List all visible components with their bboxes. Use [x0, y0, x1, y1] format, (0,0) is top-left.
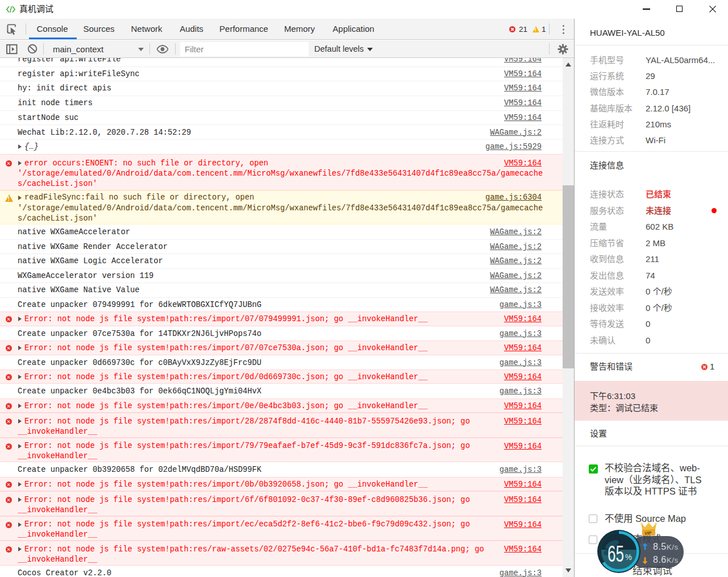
svg-text:%: %	[625, 552, 632, 562]
svg-text:65: 65	[608, 541, 624, 566]
svg-text:VIP: VIP	[644, 530, 652, 536]
